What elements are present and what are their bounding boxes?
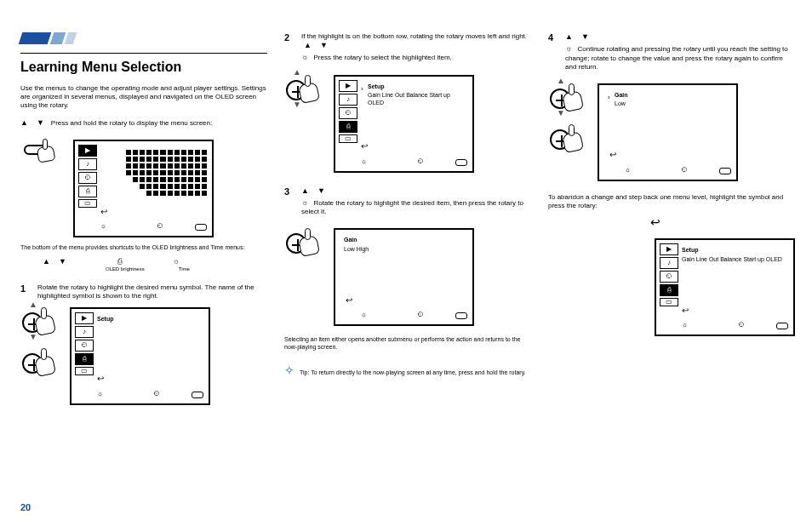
step-number: 1 [20,283,31,295]
brightness-icon: ☼ [173,257,180,266]
col2-tail-text: Selecting an item either opens another s… [284,336,531,352]
arrows-icon: ▲ ▼ [43,257,66,266]
off-badge [719,168,731,174]
screen-setup-list: ▶ ♪ ⏲ ⎙ ▭ › Setup Gain Line Out Balance … [334,75,474,173]
caret-icon: › [361,85,363,94]
menu-item: ⏲ [78,172,97,184]
brightness-label: OLED brightness [106,266,145,273]
header-stripes [20,32,267,44]
time-label: Time [179,266,190,273]
clock-icon: ⏲ [738,321,745,329]
menu-item: ▶ [339,80,357,92]
menu-item: ♪ [660,257,678,269]
back-icon: ↩ [609,150,616,161]
back-icon: ↩ [361,141,368,152]
page-number: 20 [20,502,31,514]
off-badge [455,159,467,166]
screen-value: Low [615,100,731,108]
menu-item: ▭ [660,298,678,306]
tip-icon: ✧ [284,363,294,377]
step-text: Rotate the rotary to highlight the desir… [301,199,523,215]
menu-item: ⏲ [660,271,678,283]
back-icon: ↩ [97,374,104,385]
screen-sublabel: Low High [344,246,467,254]
menu-item: ♪ [78,158,97,170]
rotate-dial-icon: ▲ ▼ [548,83,586,114]
screen-label: Gain [344,237,467,244]
up-arrow-icon: ▲ [20,118,28,128]
intro-text: Use the menus to change the operating mo… [20,84,267,110]
brightness-icon: ☼ [301,198,308,207]
menu-button-press-icon [20,140,58,163]
clock-icon: ⏲ [157,222,163,231]
screen-music: ▶ ♪ ⏲ ⎙ ▭ Setup ↩ ☼ ⏲ [73,140,214,237]
press-menu-text: Press and hold the rotary to display the… [51,119,212,127]
off-badge [192,392,203,398]
screen-sublabel: Gain Line Out Balance Start up OLED [682,256,788,264]
screen-sublabel: Gain Line Out Balance Start up OLED [368,92,467,107]
back-glyph: ↩ [548,215,795,231]
press-dial-icon [548,124,586,155]
screen-gain-list: Gain Low High ↩ ☼ ⏲ [334,228,474,326]
bottom-row-text: The bottom of the menu provides shortcut… [20,244,267,252]
screen-gain-value: › Gain Low ↩ ☼ ⏲ [598,83,738,181]
step-number: 4 [548,32,558,44]
step-text: If the highlight is on the bottom row, r… [301,32,531,50]
arrows-icon: ▲ ▼ [301,186,325,196]
step-text: Press the rotary to select the highlight… [313,54,451,61]
brightness-icon: ☼ [301,53,308,61]
back-text: To abandon a change and step back one me… [548,193,795,210]
clock-icon: ⏲ [153,390,160,398]
brightness-icon: ☼ [682,321,688,329]
back-icon: ↩ [100,207,107,218]
screen-setup-highlight: ▶ ♪ ⏲ ⎙ ▭ Setup ↩ ☼ ⏲ [70,307,210,405]
menu-item: ▭ [75,367,94,375]
off-badge [195,224,207,231]
clock-icon: ⏲ [417,311,424,319]
clock-icon: ⏲ [681,166,688,174]
menu-item: ▭ [78,199,97,208]
step-text: Continue rotating and pressing the rotar… [565,45,788,70]
screen-setup-list-return: ▶ ♪ ⏲ ⎙ ▭ Setup Gain Line Out Balance St… [655,238,795,336]
menu-item: ▶ [78,145,97,157]
menu-item: ▶ [75,312,94,324]
back-icon: ↩ [346,295,352,306]
screen-label: Setup [682,247,788,254]
brightness-icon: ☼ [100,222,106,231]
brightness-icon: ☼ [361,311,367,319]
clock-icon: ⏲ [417,157,424,166]
spectrum-icon [126,150,207,196]
page-title: Learning Menu Selection [20,59,267,76]
back-icon: ↩ [682,306,689,317]
arrows-icon: ▲ ▼ [304,41,328,50]
screen-label: Gain [615,92,731,100]
caret-icon: › [608,94,610,102]
rotate-dial-icon: ▲ ▼ [20,307,58,338]
press-dial-icon [284,228,322,259]
off-badge [455,312,467,319]
menu-item: ⏲ [339,107,357,119]
step-number: 3 [284,186,294,198]
menu-item: ⎙ [660,284,678,296]
rotary-arrows: ▲ ▼ [20,118,44,128]
briefcase-icon: ⎙ [117,257,122,266]
menu-item: ⏲ [75,340,94,352]
brightness-icon: ☼ [361,157,367,166]
screen-label: Setup [368,83,467,91]
screen-label: Setup [97,316,203,323]
menu-item: ♪ [75,326,94,338]
step-text: Rotate the rotary to highlight the desir… [37,283,267,300]
brightness-icon: ☼ [565,44,572,53]
brightness-icon: ☼ [97,390,103,398]
down-arrow-icon: ▼ [37,118,44,128]
step-number: 2 [284,32,294,44]
off-badge [776,323,788,329]
menu-item: ⎙ [78,186,97,197]
arrows-icon: ▲ ▼ [565,32,589,42]
menu-item: ▭ [339,134,357,143]
menu-item: ▶ [660,243,678,255]
menu-item: ♪ [339,94,357,106]
tip-text: Tip: To return directly to the now-playi… [300,369,526,375]
menu-item: ⎙ [339,121,357,133]
press-dial-icon [20,348,58,379]
